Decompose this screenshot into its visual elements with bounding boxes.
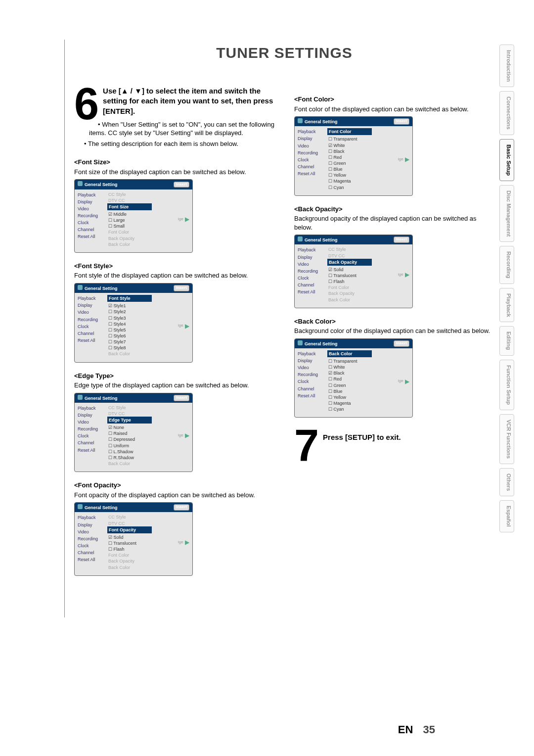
osd-left-item: Display xyxy=(298,135,324,142)
osd-context: DTV CC xyxy=(327,253,372,259)
osd-titlebar: General Setting Insert xyxy=(75,393,192,403)
section-tabs: IntroductionConnectionsBasic SetupDisc M… xyxy=(499,45,514,532)
osd-option: Raised xyxy=(107,430,152,436)
step-6-bullets: When "User Setting" is set to "ON", you … xyxy=(84,120,274,148)
osd-left-item: Playback xyxy=(78,295,104,302)
section-heading: <Edge Type> xyxy=(74,372,274,380)
osd-option-header: Font Style xyxy=(107,295,152,302)
section-desc: Font color of the displayed caption can … xyxy=(294,105,494,114)
play-arrow-icon: ▶ xyxy=(185,322,189,330)
section-heading: <Back Color> xyxy=(294,317,494,326)
page-num: 35 xyxy=(423,723,435,736)
page-title: TUNER SETTINGS xyxy=(74,45,494,61)
osd-left-item: Video xyxy=(78,419,104,425)
osd-option: Style6 xyxy=(107,333,152,339)
osd-left-item: Recording xyxy=(298,268,324,275)
osd-option: Style5 xyxy=(107,327,152,333)
margin-rule xyxy=(64,40,65,617)
play-arrow-icon: ▶ xyxy=(185,538,189,546)
osd-option-header: Font Color xyxy=(327,128,372,135)
osd-trail: ige xyxy=(178,323,183,329)
section-desc: Font style of the displayed caption can … xyxy=(74,271,274,280)
play-arrow-icon: ▶ xyxy=(405,155,409,163)
side-tab[interactable]: Function Setup xyxy=(499,360,514,410)
osd-context: Back Opacity xyxy=(107,236,152,241)
osd-left-item: Recording xyxy=(298,371,324,378)
osd-left-item: Reset All xyxy=(298,392,324,399)
osd-option: Magenta xyxy=(327,178,372,184)
section-font_opacity: <Font Opacity>Font opacity of the displa… xyxy=(74,481,274,576)
osd-left-item: Reset All xyxy=(298,170,324,177)
side-tab[interactable]: Disc Management xyxy=(499,185,514,242)
osd-body: PlaybackDisplayVideoRecordingClockChanne… xyxy=(75,189,192,252)
side-tab[interactable]: Recording xyxy=(499,246,514,284)
step-7-text: Press [SETUP] to exit. xyxy=(294,427,494,442)
osd-left-item: Reset All xyxy=(298,288,324,295)
osd-left-item: Display xyxy=(78,521,104,528)
osd-left-item: Channel xyxy=(78,439,104,446)
insert-badge: Insert xyxy=(174,395,189,401)
side-tab[interactable]: Others xyxy=(499,468,514,496)
osd-left-item: Reset All xyxy=(78,556,104,563)
osd-left-item: Video xyxy=(78,205,104,212)
osd-titlebar: General Setting Insert xyxy=(295,235,412,244)
gear-icon xyxy=(78,504,83,509)
osd-option: Red xyxy=(327,376,372,382)
page-number: EN 35 xyxy=(398,723,435,736)
osd-left-item: Playback xyxy=(78,191,104,198)
osd-option: Black xyxy=(327,148,372,154)
osd-left-item: Video xyxy=(298,364,324,371)
osd-titlebar: General Setting Insert xyxy=(75,284,192,293)
osd-screenshot-edge_type: General Setting Insert PlaybackDisplayVi… xyxy=(74,393,193,472)
osd-left-item: Video xyxy=(298,261,324,268)
osd-context: Font Color xyxy=(107,552,152,558)
osd-left-menu: PlaybackDisplayVideoRecordingClockChanne… xyxy=(298,350,324,412)
osd-left-item: Clock xyxy=(78,432,104,439)
osd-body: PlaybackDisplayVideoRecordingClockChanne… xyxy=(295,126,412,195)
osd-option: Transparent xyxy=(327,358,372,364)
osd-left-item: Clock xyxy=(298,275,324,282)
section-desc: Font opacity of the displayed caption ca… xyxy=(74,491,274,500)
osd-left-item: Reset All xyxy=(78,337,104,344)
osd-left-item: Display xyxy=(78,412,104,419)
osd-option: Style7 xyxy=(107,339,152,345)
side-tab[interactable]: Editing xyxy=(499,326,514,355)
osd-arrow-area: ige ▶ xyxy=(375,246,409,302)
osd-option-header: Back Opacity xyxy=(327,259,372,266)
left-column: 6 Use [▲ / ▼] to select the item and swi… xyxy=(74,86,274,583)
osd-context: CC Style xyxy=(327,246,372,252)
insert-badge: Insert xyxy=(174,285,189,291)
osd-left-item: Reset All xyxy=(78,233,104,240)
osd-context: DTV CC xyxy=(107,197,152,203)
section-heading: <Back Opacity> xyxy=(294,205,494,214)
side-tab[interactable]: VCR Functions xyxy=(499,414,514,464)
side-tab[interactable]: Playback xyxy=(499,288,514,323)
side-tab[interactable]: Español xyxy=(499,500,514,532)
osd-option: Solid xyxy=(327,267,372,273)
side-tab[interactable]: Introduction xyxy=(499,45,514,87)
osd-body: PlaybackDisplayVideoRecordingClockChanne… xyxy=(75,293,192,362)
insert-badge: Insert xyxy=(174,504,189,511)
section-desc: Font size of the displayed caption can b… xyxy=(74,168,274,177)
osd-left-menu: PlaybackDisplayVideoRecordingClockChanne… xyxy=(78,514,104,570)
section-heading: <Font Size> xyxy=(74,158,274,167)
section-desc: Edge type of the displayed caption can b… xyxy=(74,381,274,390)
osd-left-item: Channel xyxy=(78,549,104,556)
osd-left-item: Channel xyxy=(298,282,324,288)
osd-arrow-area: ige ▶ xyxy=(375,350,409,412)
osd-option: Solid xyxy=(107,534,152,540)
osd-option: Yellow xyxy=(327,394,372,400)
osd-option: Middle xyxy=(107,211,152,217)
insert-badge: Insert xyxy=(394,236,409,243)
osd-left-item: Display xyxy=(78,198,104,205)
osd-option-header: Font Size xyxy=(107,203,152,210)
osd-option-header: Font Opacity xyxy=(107,526,152,533)
osd-option: Transparent xyxy=(327,136,372,142)
side-tab[interactable]: Connections xyxy=(499,91,514,135)
osd-option: Translucent xyxy=(107,540,152,546)
play-arrow-icon: ▶ xyxy=(185,431,189,439)
side-tab[interactable]: Basic Setup xyxy=(499,139,514,181)
osd-body: PlaybackDisplayVideoRecordingClockChanne… xyxy=(75,403,192,472)
osd-option: Blue xyxy=(327,388,372,394)
osd-left-item: Recording xyxy=(298,149,324,156)
